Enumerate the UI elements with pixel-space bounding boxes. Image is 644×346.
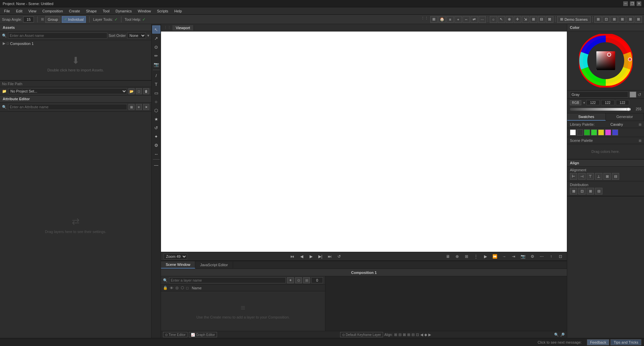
time-editor-button[interactable]: ⊙ Time Editor xyxy=(163,332,187,337)
pen-btn[interactable]: ✏ xyxy=(152,52,160,60)
delete-project-button[interactable]: 🗑 xyxy=(143,88,149,94)
assets-search-input[interactable] xyxy=(8,33,107,39)
snap-angle-input[interactable] xyxy=(23,16,34,22)
attr-filter-button[interactable]: ⊞ xyxy=(128,104,135,110)
tb-align2-btn[interactable]: ⊞ xyxy=(530,16,537,23)
tb-extra5-btn[interactable]: ⊞ xyxy=(627,16,634,23)
align-right-edge-btn[interactable]: ⊤ xyxy=(587,173,594,180)
attr-sort-button[interactable]: ≡ xyxy=(136,104,142,110)
swatches-tab[interactable]: Swatches xyxy=(567,113,606,121)
align-top-edge-btn[interactable]: ⊥ xyxy=(595,173,602,180)
align-h-center-btn[interactable]: ⊣ xyxy=(578,173,586,180)
add-layer-button[interactable]: + xyxy=(287,277,294,283)
generator-tab[interactable]: Generator xyxy=(606,113,644,121)
export-btn[interactable]: ⇥ xyxy=(510,253,517,260)
swatch-light-green[interactable] xyxy=(591,129,597,135)
share-btn[interactable]: ↑ xyxy=(547,253,555,260)
color-reset-button[interactable]: ↺ xyxy=(638,92,641,97)
zoom-out-btn[interactable]: 🔎 xyxy=(560,333,565,337)
options-btn[interactable]: ⚙ xyxy=(529,253,536,260)
direct-select-btn[interactable]: ↗ xyxy=(152,34,160,42)
tb-grid-btn[interactable]: ⊞ xyxy=(430,16,438,23)
tb-anchor-btn[interactable]: ⊕ xyxy=(506,16,513,23)
align-bottom-btn[interactable]: ⊡ xyxy=(416,333,419,337)
settings-layer-button[interactable]: ⊞ xyxy=(303,277,310,283)
red-input[interactable] xyxy=(586,100,600,105)
menu-create[interactable]: Create xyxy=(66,8,83,14)
frame-input[interactable] xyxy=(311,277,323,283)
color-name-input[interactable] xyxy=(570,92,628,98)
menu-window[interactable]: Window xyxy=(135,8,154,14)
zoom-select[interactable]: Zoom 49% Zoom 25% Zoom 50% Zoom 100% xyxy=(164,253,187,260)
settings-btn[interactable]: ⊡ xyxy=(557,253,564,260)
tips-button[interactable]: Tips and Tricks xyxy=(610,339,641,345)
swatch-pink[interactable] xyxy=(605,129,611,135)
spark-btn[interactable]: ✦ xyxy=(152,132,160,140)
tb-move-btn[interactable]: ✛ xyxy=(514,16,521,23)
lasso-btn[interactable]: ⊙ xyxy=(152,43,160,51)
align-top-btn[interactable]: ⊞ xyxy=(407,333,410,337)
alpha-slider[interactable] xyxy=(570,108,631,111)
next-frame-btn[interactable]: ▶| xyxy=(317,253,324,260)
select-tool-btn[interactable]: ↖ xyxy=(152,25,160,34)
render-col-icon[interactable]: □ xyxy=(186,286,189,290)
dots-btn[interactable]: ⋯ xyxy=(538,253,545,260)
tb-extra6-btn[interactable]: ⊞ xyxy=(635,16,642,23)
swatch-green[interactable] xyxy=(584,129,590,135)
menu-help[interactable]: Help xyxy=(172,8,185,14)
assets-empty-area[interactable]: ⬇ Double click here to import Assets. xyxy=(0,47,151,80)
tb-expand-btn[interactable]: ⊠ xyxy=(546,16,553,23)
color-wheel-container[interactable] xyxy=(567,31,644,90)
scene-palette-expand-btn[interactable]: ⊞ xyxy=(639,139,641,142)
loop-btn[interactable]: ↺ xyxy=(335,253,343,260)
solo-col-icon[interactable]: ◎ xyxy=(175,286,179,290)
text-btn[interactable]: T xyxy=(152,80,160,88)
rotate-btn[interactable]: ↺ xyxy=(152,124,160,132)
sort-order-select[interactable]: None Name Type xyxy=(127,33,146,39)
first-frame-btn[interactable]: ⏮ xyxy=(288,253,296,260)
menu-file[interactable]: File xyxy=(1,8,13,14)
play2-btn[interactable]: ▶ xyxy=(482,253,489,260)
align-right-btn[interactable]: ⊠ xyxy=(403,333,406,337)
more-btn[interactable]: ⋮ xyxy=(472,253,480,260)
viewport-tab[interactable]: Viewport xyxy=(172,25,194,31)
motion-col-icon[interactable]: ⬡ xyxy=(181,286,184,290)
color-preview-swatch[interactable] xyxy=(630,92,636,98)
align-center-btn[interactable]: ⊟ xyxy=(398,333,401,337)
tb-extra2-btn[interactable]: ⊡ xyxy=(602,16,610,23)
demo-scenes-button[interactable]: ⊞ Demo Scenes xyxy=(557,16,591,23)
tb-cursor-btn[interactable]: ↖ xyxy=(498,16,505,23)
menu-shape[interactable]: Shape xyxy=(84,8,100,14)
next-kf-btn[interactable]: ▶ xyxy=(428,333,431,337)
asset-item-composition1[interactable]: ▶ □ Composition 1 xyxy=(0,40,151,47)
align-mid-btn[interactable]: ⊟ xyxy=(412,333,415,337)
group-button[interactable]: Group xyxy=(45,16,60,23)
project-set-select[interactable]: No Project Set... xyxy=(8,88,127,94)
close-button[interactable]: ✕ xyxy=(637,1,641,6)
folder-open-button[interactable]: 📂 xyxy=(128,88,135,94)
menu-dynamics[interactable]: Dynamics xyxy=(113,8,135,14)
camera-view-btn[interactable]: 📷 xyxy=(519,253,527,260)
tb-plus-btn[interactable]: + xyxy=(454,16,462,23)
resize-btn[interactable]: ↔ xyxy=(152,150,160,158)
star-btn[interactable]: ★ xyxy=(152,115,160,123)
swatch-dark-gray[interactable] xyxy=(577,129,583,135)
align-left-edge-btn[interactable]: ⊢ xyxy=(570,173,577,180)
line-btn[interactable]: / xyxy=(152,71,160,79)
default-keyframe-button[interactable]: ⊙ Default Keyframe Layer xyxy=(340,332,383,337)
add-kf-btn[interactable]: ◆ xyxy=(424,333,427,337)
skip-btn[interactable]: ⏩ xyxy=(491,253,498,260)
render-button[interactable]: ⊙ xyxy=(295,277,302,283)
tb-scale-btn[interactable]: ⇲ xyxy=(522,16,529,23)
dist-v-btn[interactable]: ⊡ xyxy=(578,188,586,194)
menu-view[interactable]: View xyxy=(26,8,39,14)
individual-button[interactable]: ✓ Individual xyxy=(62,16,86,23)
snap-btn[interactable]: ⊕ xyxy=(453,253,461,260)
poly-btn[interactable]: ⬡ xyxy=(152,106,160,114)
feedback-button[interactable]: Feedback xyxy=(587,339,609,345)
monitor-btn[interactable]: 🖥 xyxy=(444,253,451,260)
tb-spread-btn[interactable]: ⊟ xyxy=(538,16,545,23)
tb-extra1-btn[interactable]: ⊞ xyxy=(594,16,602,23)
javascript-editor-tab[interactable]: JavaScript Editor xyxy=(195,262,233,268)
play-btn[interactable]: ▶ xyxy=(307,253,315,260)
